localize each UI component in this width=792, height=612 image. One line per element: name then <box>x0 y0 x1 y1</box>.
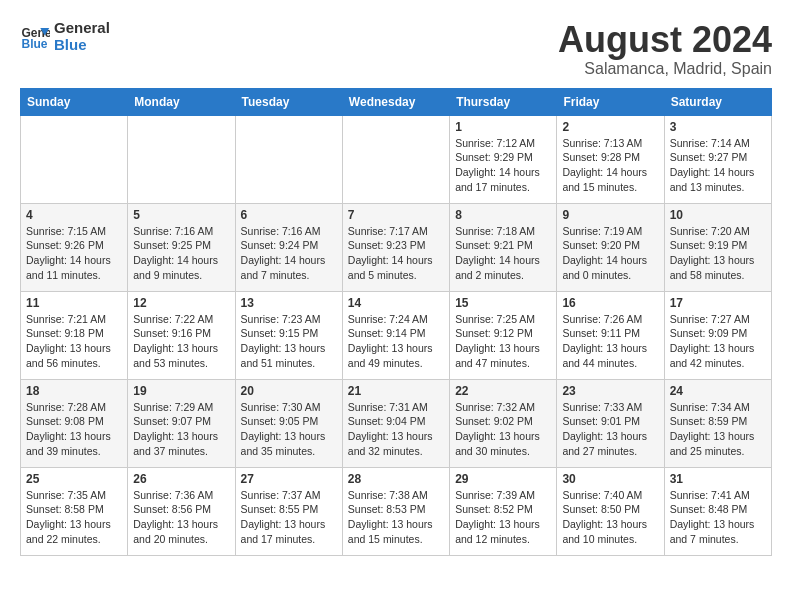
day-info: Sunrise: 7:21 AM Sunset: 9:18 PM Dayligh… <box>26 312 122 371</box>
calendar-cell <box>128 115 235 203</box>
calendar-week-4: 18Sunrise: 7:28 AM Sunset: 9:08 PM Dayli… <box>21 379 772 467</box>
calendar-cell: 23Sunrise: 7:33 AM Sunset: 9:01 PM Dayli… <box>557 379 664 467</box>
day-info: Sunrise: 7:15 AM Sunset: 9:26 PM Dayligh… <box>26 224 122 283</box>
day-number: 4 <box>26 208 122 222</box>
calendar-cell: 24Sunrise: 7:34 AM Sunset: 8:59 PM Dayli… <box>664 379 771 467</box>
day-number: 10 <box>670 208 766 222</box>
calendar-cell: 12Sunrise: 7:22 AM Sunset: 9:16 PM Dayli… <box>128 291 235 379</box>
day-info: Sunrise: 7:27 AM Sunset: 9:09 PM Dayligh… <box>670 312 766 371</box>
calendar-cell: 17Sunrise: 7:27 AM Sunset: 9:09 PM Dayli… <box>664 291 771 379</box>
svg-text:Blue: Blue <box>22 37 48 51</box>
calendar-cell: 2Sunrise: 7:13 AM Sunset: 9:28 PM Daylig… <box>557 115 664 203</box>
calendar-week-5: 25Sunrise: 7:35 AM Sunset: 8:58 PM Dayli… <box>21 467 772 555</box>
day-info: Sunrise: 7:29 AM Sunset: 9:07 PM Dayligh… <box>133 400 229 459</box>
day-info: Sunrise: 7:34 AM Sunset: 8:59 PM Dayligh… <box>670 400 766 459</box>
day-number: 28 <box>348 472 444 486</box>
day-info: Sunrise: 7:23 AM Sunset: 9:15 PM Dayligh… <box>241 312 337 371</box>
weekday-header-friday: Friday <box>557 88 664 115</box>
calendar-week-3: 11Sunrise: 7:21 AM Sunset: 9:18 PM Dayli… <box>21 291 772 379</box>
day-number: 20 <box>241 384 337 398</box>
day-number: 6 <box>241 208 337 222</box>
day-info: Sunrise: 7:18 AM Sunset: 9:21 PM Dayligh… <box>455 224 551 283</box>
day-info: Sunrise: 7:36 AM Sunset: 8:56 PM Dayligh… <box>133 488 229 547</box>
calendar-cell: 29Sunrise: 7:39 AM Sunset: 8:52 PM Dayli… <box>450 467 557 555</box>
calendar-cell: 26Sunrise: 7:36 AM Sunset: 8:56 PM Dayli… <box>128 467 235 555</box>
day-number: 26 <box>133 472 229 486</box>
calendar-cell: 31Sunrise: 7:41 AM Sunset: 8:48 PM Dayli… <box>664 467 771 555</box>
day-number: 13 <box>241 296 337 310</box>
calendar-table: SundayMondayTuesdayWednesdayThursdayFrid… <box>20 88 772 556</box>
day-number: 30 <box>562 472 658 486</box>
calendar-cell <box>342 115 449 203</box>
month-title: August 2024 <box>558 20 772 60</box>
page-header: General Blue General Blue August 2024 Sa… <box>20 20 772 78</box>
calendar-cell: 28Sunrise: 7:38 AM Sunset: 8:53 PM Dayli… <box>342 467 449 555</box>
day-number: 17 <box>670 296 766 310</box>
calendar-cell: 16Sunrise: 7:26 AM Sunset: 9:11 PM Dayli… <box>557 291 664 379</box>
day-info: Sunrise: 7:19 AM Sunset: 9:20 PM Dayligh… <box>562 224 658 283</box>
day-number: 27 <box>241 472 337 486</box>
day-info: Sunrise: 7:31 AM Sunset: 9:04 PM Dayligh… <box>348 400 444 459</box>
calendar-cell: 13Sunrise: 7:23 AM Sunset: 9:15 PM Dayli… <box>235 291 342 379</box>
day-info: Sunrise: 7:33 AM Sunset: 9:01 PM Dayligh… <box>562 400 658 459</box>
logo-general: General <box>54 20 110 37</box>
day-number: 12 <box>133 296 229 310</box>
location-subtitle: Salamanca, Madrid, Spain <box>558 60 772 78</box>
calendar-cell: 10Sunrise: 7:20 AM Sunset: 9:19 PM Dayli… <box>664 203 771 291</box>
day-info: Sunrise: 7:26 AM Sunset: 9:11 PM Dayligh… <box>562 312 658 371</box>
day-number: 9 <box>562 208 658 222</box>
calendar-cell: 1Sunrise: 7:12 AM Sunset: 9:29 PM Daylig… <box>450 115 557 203</box>
calendar-cell: 4Sunrise: 7:15 AM Sunset: 9:26 PM Daylig… <box>21 203 128 291</box>
day-number: 25 <box>26 472 122 486</box>
day-info: Sunrise: 7:24 AM Sunset: 9:14 PM Dayligh… <box>348 312 444 371</box>
calendar-cell: 3Sunrise: 7:14 AM Sunset: 9:27 PM Daylig… <box>664 115 771 203</box>
day-info: Sunrise: 7:28 AM Sunset: 9:08 PM Dayligh… <box>26 400 122 459</box>
day-info: Sunrise: 7:35 AM Sunset: 8:58 PM Dayligh… <box>26 488 122 547</box>
day-number: 2 <box>562 120 658 134</box>
calendar-cell <box>21 115 128 203</box>
weekday-header-monday: Monday <box>128 88 235 115</box>
day-number: 5 <box>133 208 229 222</box>
day-info: Sunrise: 7:41 AM Sunset: 8:48 PM Dayligh… <box>670 488 766 547</box>
calendar-cell: 8Sunrise: 7:18 AM Sunset: 9:21 PM Daylig… <box>450 203 557 291</box>
day-info: Sunrise: 7:25 AM Sunset: 9:12 PM Dayligh… <box>455 312 551 371</box>
weekday-header-saturday: Saturday <box>664 88 771 115</box>
logo-blue: Blue <box>54 37 110 54</box>
day-info: Sunrise: 7:32 AM Sunset: 9:02 PM Dayligh… <box>455 400 551 459</box>
calendar-cell: 7Sunrise: 7:17 AM Sunset: 9:23 PM Daylig… <box>342 203 449 291</box>
day-info: Sunrise: 7:17 AM Sunset: 9:23 PM Dayligh… <box>348 224 444 283</box>
calendar-week-2: 4Sunrise: 7:15 AM Sunset: 9:26 PM Daylig… <box>21 203 772 291</box>
day-number: 14 <box>348 296 444 310</box>
calendar-cell: 6Sunrise: 7:16 AM Sunset: 9:24 PM Daylig… <box>235 203 342 291</box>
calendar-cell: 22Sunrise: 7:32 AM Sunset: 9:02 PM Dayli… <box>450 379 557 467</box>
logo: General Blue General Blue <box>20 20 110 53</box>
day-number: 15 <box>455 296 551 310</box>
calendar-cell: 15Sunrise: 7:25 AM Sunset: 9:12 PM Dayli… <box>450 291 557 379</box>
day-info: Sunrise: 7:13 AM Sunset: 9:28 PM Dayligh… <box>562 136 658 195</box>
day-info: Sunrise: 7:16 AM Sunset: 9:25 PM Dayligh… <box>133 224 229 283</box>
weekday-header-thursday: Thursday <box>450 88 557 115</box>
day-info: Sunrise: 7:39 AM Sunset: 8:52 PM Dayligh… <box>455 488 551 547</box>
title-block: August 2024 Salamanca, Madrid, Spain <box>558 20 772 78</box>
day-number: 29 <box>455 472 551 486</box>
calendar-cell: 11Sunrise: 7:21 AM Sunset: 9:18 PM Dayli… <box>21 291 128 379</box>
day-number: 16 <box>562 296 658 310</box>
day-info: Sunrise: 7:40 AM Sunset: 8:50 PM Dayligh… <box>562 488 658 547</box>
day-number: 19 <box>133 384 229 398</box>
calendar-cell: 30Sunrise: 7:40 AM Sunset: 8:50 PM Dayli… <box>557 467 664 555</box>
day-number: 22 <box>455 384 551 398</box>
day-number: 18 <box>26 384 122 398</box>
calendar-week-1: 1Sunrise: 7:12 AM Sunset: 9:29 PM Daylig… <box>21 115 772 203</box>
calendar-cell: 9Sunrise: 7:19 AM Sunset: 9:20 PM Daylig… <box>557 203 664 291</box>
day-number: 11 <box>26 296 122 310</box>
weekday-header-tuesday: Tuesday <box>235 88 342 115</box>
day-number: 1 <box>455 120 551 134</box>
calendar-cell: 21Sunrise: 7:31 AM Sunset: 9:04 PM Dayli… <box>342 379 449 467</box>
day-info: Sunrise: 7:37 AM Sunset: 8:55 PM Dayligh… <box>241 488 337 547</box>
day-info: Sunrise: 7:22 AM Sunset: 9:16 PM Dayligh… <box>133 312 229 371</box>
day-info: Sunrise: 7:14 AM Sunset: 9:27 PM Dayligh… <box>670 136 766 195</box>
calendar-header-row: SundayMondayTuesdayWednesdayThursdayFrid… <box>21 88 772 115</box>
day-number: 21 <box>348 384 444 398</box>
calendar-cell: 20Sunrise: 7:30 AM Sunset: 9:05 PM Dayli… <box>235 379 342 467</box>
day-number: 8 <box>455 208 551 222</box>
